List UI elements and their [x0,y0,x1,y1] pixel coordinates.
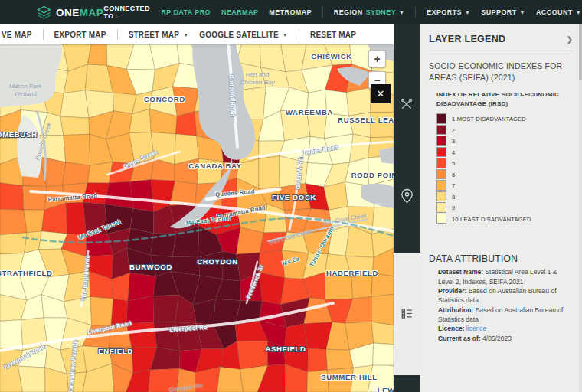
choropleth-map [0,44,394,392]
nav-divider [415,7,416,18]
legend-item: 4 [436,147,582,158]
attribution-title: DATA ATTRIBUTION [429,253,573,264]
brand-text: ONEMAP [56,7,103,18]
legend-swatch [436,113,446,124]
sa1-region [24,210,44,233]
sa1-region [83,202,107,234]
legend-item: 2 [436,125,582,136]
legend-label: 3 [452,138,455,145]
legend-swatch [436,136,446,146]
caret-down-icon: ▼ [465,10,470,15]
legend-label: 5 [452,160,455,167]
sa1-region [325,90,348,116]
legend-swatch [436,214,446,224]
nav-item-metromap[interactable]: METROMAP [269,8,312,16]
legend-item: 3 [436,136,582,147]
sa1-region [149,368,179,392]
nav-divider [322,7,323,18]
legend-label: 10 LEAST DISADVANTAGED [452,216,531,223]
sa1-region [60,116,90,135]
sa1-region [327,368,353,392]
close-panel-button[interactable]: ✕ [371,84,391,103]
nav-item-exports[interactable]: EXPORTS▼ [427,8,470,16]
sa1-region [176,368,195,392]
sa1-region [62,162,90,185]
sa1-region [105,181,133,208]
legend-swatch [436,158,446,168]
toolbar-google-satellite-button[interactable]: GOOGLE SATELLITE▼ [199,31,288,39]
nav-item-region[interactable]: REGIONSYDNEY▼ [334,8,405,16]
divider [429,51,573,51]
sa1-region [130,180,153,212]
layer-title: SOCIO-ECONOMIC INDEXES FOR AREAS (SEIFA)… [429,60,571,83]
legend-label: 6 [452,172,455,178]
sa1-region [237,341,267,369]
licence-link[interactable]: licence [466,325,486,332]
sa1-region [373,343,394,365]
toolbar-divider [117,29,118,40]
sa1-region [307,112,327,139]
sa1-region [307,90,327,113]
zoom-in-button[interactable]: + [368,50,386,67]
sa1-region [18,366,44,392]
nav-item-rp-data-pro[interactable]: RP DATA PRO [161,8,211,16]
sa1-region [281,110,311,141]
toolbar-export-map-button[interactable]: EXPORT MAP [54,31,106,39]
sa1-region [64,134,90,165]
top-nav: ONEMAP CONNECTED TO : RP DATA PRONEARMAP… [0,0,582,24]
tools-icon[interactable] [394,98,420,110]
side-rail [394,24,420,392]
attribution-row: Provider: Based on Australian Bureau of … [438,286,574,305]
nav-item-account[interactable]: ACCOUNT▼ [536,8,581,16]
rail-dark-section [394,24,420,253]
sa1-region [371,294,394,325]
sa1-region [346,87,371,116]
toolbar-divider [299,29,299,40]
legend-item: 9 [436,202,582,214]
legend-swatch [436,180,446,191]
legend-item: 5 [436,158,582,169]
sidebar-scrollbar[interactable] [579,24,582,392]
sa1-region [351,273,372,299]
caret-down-icon: ▼ [520,10,525,15]
scrollbar-thumb[interactable] [579,24,582,80]
sa1-region [90,296,113,325]
toolbar-street-map-button[interactable]: STREET MAP▼ [129,31,189,39]
caret-down-icon: ▼ [399,10,404,15]
sa1-region [371,273,394,297]
nav-menu: CONNECTED TO : RP DATA PRONEARMAPMETROMA… [103,5,581,20]
legend-swatch [436,202,446,213]
attribution-rows: Dataset Name: Statistical Area Level 1 &… [438,267,574,343]
attribution-row: Attribution: Based on Australian Bureau … [438,305,574,325]
onemap-logo[interactable]: ONEMAP [37,5,103,20]
sa1-region [60,90,89,118]
legend-label: 8 [452,194,455,201]
sa1-region [368,365,394,392]
nav-item-support[interactable]: SUPPORT▼ [481,8,525,16]
nav-item-nearmap[interactable]: NEARMAP [221,8,258,16]
panel-title: LAYER LEGEND [429,34,505,44]
attribution-row: Licence: licence [438,324,574,333]
sa1-region [111,299,128,325]
sa1-region [307,370,329,392]
list-icon[interactable] [394,308,420,319]
caret-down-icon: ▼ [283,32,288,38]
legend-item: 7 [436,180,582,191]
toolbar-reset-map-button[interactable]: RESET MAP [310,31,356,39]
map-canvas[interactable]: CHISWICKCONCORDWAREEMBARUSSELL LEACANADA… [0,44,394,392]
sa1-region [23,186,47,211]
caret-down-icon: ▼ [576,10,581,15]
legend-item: 1 MOST DISADVANTAGED [436,113,582,125]
toolbar-ve-map-button[interactable]: VE MAP [2,31,32,39]
legend-item: 8 [436,191,582,203]
legend-swatch [436,147,446,158]
location-pin-icon[interactable] [394,188,420,204]
sa1-region [153,295,178,322]
legend-swatch [436,191,446,202]
layers-logo-icon [37,5,51,20]
legend-label: 9 [452,204,455,211]
sa1-region [217,367,243,392]
map-toolbar: VE MAPEXPORT MAPSTREET MAP▼GOOGLE SATELL… [0,24,394,44]
sa1-region [0,183,24,210]
chevron-right-icon[interactable]: ❯ [567,35,573,44]
